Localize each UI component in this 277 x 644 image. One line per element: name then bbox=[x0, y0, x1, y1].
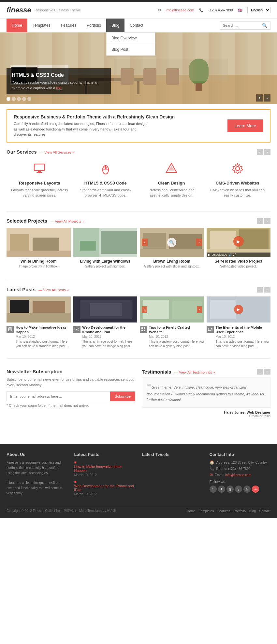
newsletter-section: Newsletter Subscription Subscribe to our… bbox=[7, 369, 135, 418]
footer-post-link-2[interactable]: Web Development for the iPhone and iPad bbox=[74, 484, 136, 492]
language-select[interactable]: English bbox=[247, 7, 270, 13]
services-prev-button[interactable]: ‹ bbox=[257, 149, 263, 155]
footer-post-link-1[interactable]: How to Make Innovative Ideas Happen bbox=[74, 465, 136, 473]
project-zoom-button[interactable]: 🔍 bbox=[167, 238, 176, 247]
projects-link[interactable]: — View All Projects » bbox=[50, 219, 84, 223]
post-icon-4 bbox=[207, 326, 214, 333]
hero-prev-button[interactable]: ‹ bbox=[256, 94, 263, 102]
post-thumb-1 bbox=[7, 296, 71, 322]
project-play-button[interactable]: ▶ bbox=[233, 236, 244, 246]
banner-description: Carefully handcrafted using the latest t… bbox=[14, 121, 151, 137]
nav-item-blog[interactable]: Blog bbox=[106, 19, 124, 32]
testimonials-section: Testimonials — View All Testimonials » ‹… bbox=[142, 369, 270, 418]
social-twitter[interactable]: t bbox=[210, 486, 217, 493]
post-content-4: The Elements of the Mobile User Experien… bbox=[216, 325, 271, 349]
video-fullscreen-btn[interactable]: ⛶ bbox=[233, 253, 236, 256]
project-name-1: White Dining Room bbox=[7, 259, 71, 264]
post-item-2: Web Development for the iPhone and iPad … bbox=[73, 296, 138, 349]
hero-dot-5[interactable] bbox=[27, 97, 31, 101]
footer-email-link[interactable]: info@finesse.com bbox=[225, 473, 251, 477]
header-email[interactable]: info@finesse.com bbox=[166, 8, 194, 12]
footer-link-contact[interactable]: Contact bbox=[259, 509, 270, 513]
social-skype[interactable]: s bbox=[243, 486, 251, 493]
svg-rect-13 bbox=[34, 164, 45, 171]
project-desc-1: Image project with lightbox. bbox=[7, 265, 71, 268]
hero-dot-2[interactable] bbox=[12, 97, 16, 101]
footer-bottom-links: Home Templates Features Portfolio Blog C… bbox=[184, 509, 270, 513]
email-icon: ✉ bbox=[158, 8, 161, 12]
nav-item-features[interactable]: Features bbox=[56, 19, 81, 32]
footer-link-home[interactable]: Home bbox=[187, 509, 196, 513]
post-img-1 bbox=[7, 296, 71, 322]
footer-contact-title: Contact Info bbox=[210, 452, 271, 457]
svg-rect-24 bbox=[10, 234, 29, 251]
posts-prev-button[interactable]: ‹ bbox=[257, 287, 263, 293]
post-prev-arrow[interactable]: ‹ bbox=[142, 306, 147, 313]
svg-rect-58 bbox=[141, 330, 143, 331]
newsletter-email-input[interactable] bbox=[7, 391, 110, 401]
hero-link[interactable]: link bbox=[56, 86, 62, 90]
testimonials-link[interactable]: — View All Testimonials » bbox=[174, 370, 215, 374]
blog-dropdown-overview[interactable]: Blog Overview bbox=[107, 33, 155, 44]
post-title-2: Web Development for the iPhone and iPad bbox=[82, 325, 138, 335]
projects-next-button[interactable]: › bbox=[264, 218, 270, 224]
project-info-2: Living with Large Windows Gallery projec… bbox=[73, 257, 138, 270]
project-img-2 bbox=[73, 228, 138, 257]
post-title-4: The Elements of the Mobile User Experien… bbox=[216, 325, 271, 335]
post-icon-1 bbox=[7, 326, 14, 333]
post-thumb-3: ‹ › bbox=[140, 296, 204, 322]
project-info-4: Self-Hosted Video Project Self-hosted vi… bbox=[207, 257, 271, 270]
footer-link-templates[interactable]: Templates bbox=[199, 509, 214, 513]
search-input[interactable] bbox=[223, 23, 262, 27]
header-phone: (123) 456-7890 bbox=[209, 8, 233, 12]
post-play-button[interactable]: ▶ bbox=[234, 305, 243, 314]
services-next-button[interactable]: › bbox=[264, 149, 270, 155]
project-desc-3: Gallery project with slider and lightbox… bbox=[140, 265, 204, 268]
services-link[interactable]: — View All Services » bbox=[40, 150, 75, 154]
social-youtube[interactable]: y bbox=[235, 486, 242, 493]
nav-item-portfolio[interactable]: Portfolio bbox=[81, 19, 106, 32]
project-prev-arrow[interactable]: ‹ bbox=[142, 239, 148, 246]
hero-dot-4[interactable] bbox=[22, 97, 26, 101]
posts-next-button[interactable]: › bbox=[264, 287, 270, 293]
posts-header: Latest Posts — View All Posts » ‹ › bbox=[0, 287, 277, 293]
social-rss[interactable]: ∿ bbox=[252, 486, 259, 493]
nav-item-templates[interactable]: Templates bbox=[27, 19, 56, 32]
video-time: 00:00|00:00 bbox=[212, 253, 227, 256]
learn-more-button[interactable]: Learn More bbox=[227, 119, 263, 132]
svg-rect-62 bbox=[210, 300, 236, 319]
service-title-3: Clean Design bbox=[142, 181, 201, 185]
video-play-btn[interactable]: ▶ bbox=[208, 253, 211, 256]
hero-dot-1[interactable] bbox=[7, 97, 10, 101]
footer-link-blog[interactable]: Blog bbox=[249, 509, 256, 513]
project-next-arrow[interactable]: › bbox=[196, 239, 202, 246]
video-volume-btn[interactable]: 🔊 bbox=[228, 253, 232, 256]
services-title: Our Services bbox=[7, 149, 37, 155]
social-facebook[interactable]: f bbox=[218, 486, 225, 493]
post-date-3: Mar 10, 2012 bbox=[149, 335, 204, 338]
posts-link[interactable]: — View All Posts » bbox=[39, 288, 69, 292]
footer-link-features[interactable]: Features bbox=[217, 509, 230, 513]
footer-contact: Contact Info 🏠 Address: 123 Street, City… bbox=[210, 452, 271, 499]
svg-rect-49 bbox=[90, 303, 122, 316]
social-google[interactable]: g bbox=[226, 486, 234, 493]
projects-prev-button[interactable]: ‹ bbox=[257, 218, 263, 224]
post-next-arrow[interactable]: › bbox=[197, 306, 202, 313]
footer-about-title: About Us bbox=[7, 452, 68, 457]
post-date-4: Mar 10, 2012 bbox=[216, 335, 271, 338]
post-date-2: Mar 10, 2012 bbox=[82, 335, 138, 338]
testimonials-prev-button[interactable]: ‹ bbox=[257, 369, 263, 375]
blog-dropdown-post[interactable]: Blog Post bbox=[107, 44, 155, 55]
search-button[interactable]: 🔍 bbox=[262, 23, 268, 28]
newsletter-description: Subscribe to our email newsletter for us… bbox=[7, 377, 135, 388]
testimonials-next-button[interactable]: › bbox=[264, 369, 270, 375]
hero-dot-3[interactable] bbox=[17, 97, 21, 101]
project-slider-overlay: ‹ 🔍 › bbox=[140, 228, 204, 257]
hero-next-button[interactable]: › bbox=[264, 94, 270, 102]
service-desc-2: Standards-compliant and cross-browser HT… bbox=[76, 187, 136, 198]
post-excerpt-2: This is an image post format. Here you c… bbox=[82, 339, 138, 349]
nav-item-home[interactable]: Home bbox=[7, 19, 27, 32]
footer-link-portfolio[interactable]: Portfolio bbox=[234, 509, 246, 513]
nav-item-contact[interactable]: Contact bbox=[124, 19, 148, 32]
newsletter-subscribe-button[interactable]: Subscribe bbox=[110, 391, 135, 401]
